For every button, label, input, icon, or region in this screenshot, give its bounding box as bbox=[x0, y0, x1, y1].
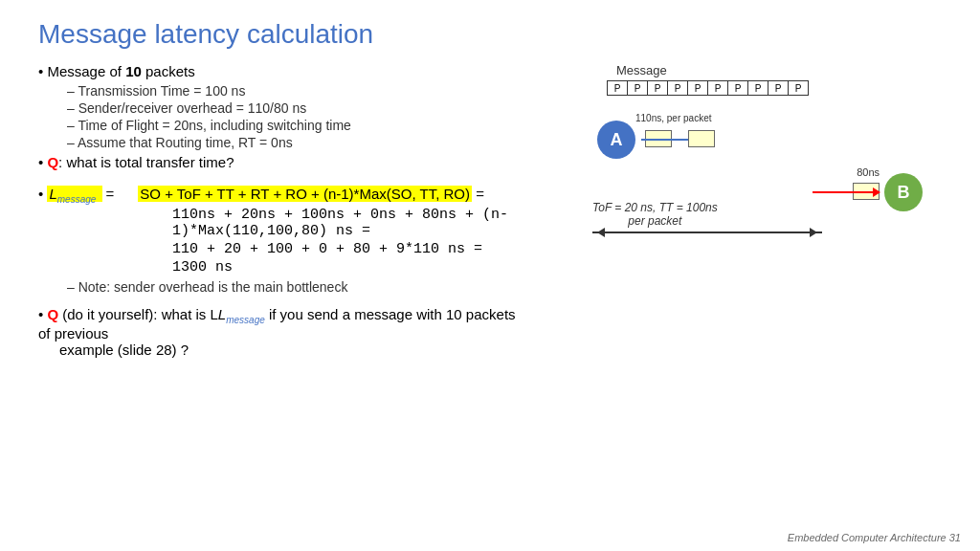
node-b: B bbox=[884, 173, 923, 211]
packet-1: P bbox=[607, 80, 628, 96]
diagram-column: Message P P P P P P P P P P A 110ns, per… bbox=[540, 63, 942, 358]
l-sub: message bbox=[57, 194, 97, 205]
packet-7: P bbox=[727, 80, 748, 96]
page-title: Message latency calculation bbox=[38, 19, 942, 50]
formula-line4: 1300 ns bbox=[172, 259, 521, 276]
sub-bullet-tof: Time of Flight = 20ns, including switchi… bbox=[67, 118, 521, 133]
annotation-110ns: 110ns, per packet bbox=[635, 113, 712, 123]
formula-eq: SO + ToF + TT + RT + RO + (n-1)*Max(SO, … bbox=[138, 186, 472, 202]
message-label: Message bbox=[616, 63, 667, 77]
formula-section: • Lmessage = SO + ToF + TT + RT + RO + (… bbox=[38, 186, 521, 295]
formula-bullet: • Lmessage = SO + ToF + TT + RT + RO + (… bbox=[38, 186, 521, 205]
packet-2: P bbox=[627, 80, 648, 96]
page-number: Embedded Computer Architecture 31 bbox=[788, 532, 961, 543]
formula-line2: 110ns + 20ns + 100ns + 0ns + 80ns + (n-1… bbox=[172, 207, 521, 239]
packet-10: P bbox=[788, 80, 809, 96]
annotation-80ns: 80ns bbox=[857, 166, 880, 178]
packet-mid bbox=[688, 130, 715, 147]
l-message-formula: Lmessage bbox=[47, 186, 101, 202]
tof-line bbox=[592, 231, 822, 233]
sub-bullet-rt: Assume that Routing time, RT = 0ns bbox=[67, 135, 521, 150]
packet-5: P bbox=[687, 80, 708, 96]
packet-4: P bbox=[667, 80, 688, 96]
bullet-question: • Q: what is total transfer time? bbox=[38, 154, 521, 170]
packet-3: P bbox=[647, 80, 668, 96]
q2-section: • Q (do it yourself): what is LLmessage … bbox=[38, 306, 521, 358]
packet-6: P bbox=[707, 80, 728, 96]
q2-label: Q bbox=[47, 306, 58, 322]
sub-bullet-overhead: Sender/receiver overhead = 110/80 ns bbox=[67, 100, 521, 116]
sub-bullet-tt: Transmission Time = 100 ns bbox=[67, 83, 521, 99]
formula-line3: 110 + 20 + 100 + 0 + 80 + 9*110 ns = bbox=[172, 241, 521, 257]
node-a: A bbox=[597, 121, 635, 159]
note: Note: sender overhead is the main bottle… bbox=[67, 279, 521, 295]
packets-row: P P P P P P P P P P bbox=[607, 80, 808, 96]
arrow-red bbox=[813, 191, 880, 193]
packet-9: P bbox=[768, 80, 789, 96]
packet-8: P bbox=[747, 80, 768, 96]
left-column: • Message of 10 packets Transmission Tim… bbox=[38, 63, 521, 358]
bullet-packets: • Message of 10 packets bbox=[38, 63, 521, 79]
tof-label: ToF = 20 ns, TT = 100ns per packet bbox=[592, 201, 718, 228]
diagram: Message P P P P P P P P P P A 110ns, per… bbox=[540, 63, 932, 254]
